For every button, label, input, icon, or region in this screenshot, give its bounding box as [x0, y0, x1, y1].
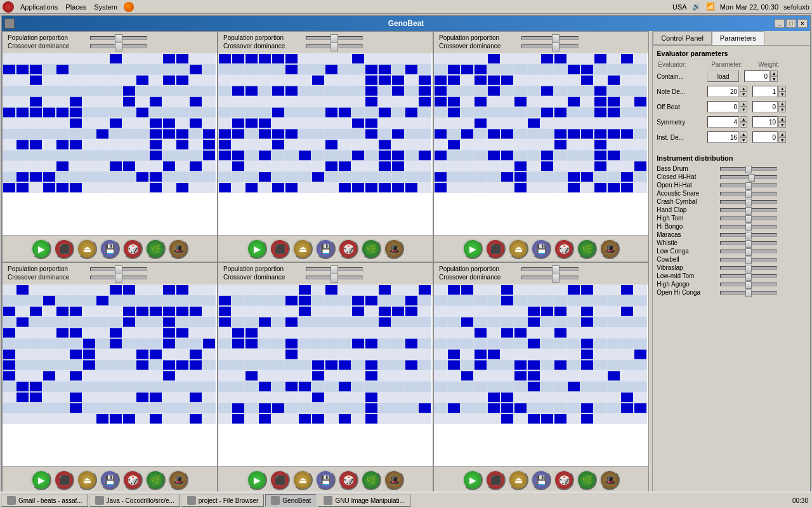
cross-slider-2-1[interactable]	[90, 276, 147, 279]
inst-slider-3[interactable]	[720, 192, 777, 196]
eval-input-1[interactable]	[707, 86, 739, 97]
pop-slider-1-2[interactable]	[306, 36, 363, 40]
wspin-dn-0[interactable]: ▼	[770, 76, 778, 82]
play-btn-2-3[interactable]: ▶	[462, 470, 483, 490]
eval-weight-4[interactable]	[752, 131, 778, 143]
save-btn-2-3[interactable]: 💾	[531, 470, 551, 490]
wspin-dn-4[interactable]: ▼	[778, 137, 786, 143]
gen-btn-1-1[interactable]: 🌿	[145, 239, 166, 259]
spin-up-4[interactable]: ▲	[740, 131, 747, 137]
spin-up-2[interactable]: ▲	[740, 101, 747, 107]
wspin-up-3[interactable]: ▲	[778, 116, 786, 122]
pop-slider-2-3[interactable]	[521, 267, 579, 271]
inst-slider-6[interactable]	[720, 217, 777, 220]
taskbar-item-0[interactable]: Gmail - beats - assaf...	[1, 494, 88, 507]
cross-slider-2-3[interactable]	[521, 276, 579, 279]
eject-btn-2-2[interactable]: ⏏	[292, 470, 313, 490]
hat-btn-2-3[interactable]: 🎩	[599, 470, 620, 490]
eject-btn-1-3[interactable]: ⏏	[508, 239, 528, 259]
taskbar-item-1[interactable]: Java - Cocodrillo/src/e...	[89, 494, 180, 507]
inst-slider-7[interactable]	[720, 225, 777, 229]
spin-dn-2[interactable]: ▼	[740, 107, 747, 112]
hat-btn-2-1[interactable]: 🎩	[168, 470, 188, 490]
taskbar-item-3[interactable]: GenoBeat	[265, 494, 317, 507]
save-btn-2-2[interactable]: 💾	[315, 470, 336, 490]
save-btn-2-1[interactable]: 💾	[100, 470, 120, 490]
play-btn-1-3[interactable]: ▶	[462, 239, 483, 259]
eject-btn-1-1[interactable]: ⏏	[77, 239, 97, 259]
stop-btn-2-1[interactable]: ⬛	[54, 470, 74, 490]
inst-slider-14[interactable]	[720, 283, 777, 286]
eject-btn-1-2[interactable]: ⏏	[292, 239, 313, 259]
eval-input-2[interactable]	[707, 101, 739, 112]
spin-up-1[interactable]: ▲	[740, 86, 747, 91]
wspin-dn-3[interactable]: ▼	[778, 122, 786, 128]
stop-btn-1-2[interactable]: ⬛	[270, 239, 290, 259]
stop-btn-1-3[interactable]: ⬛	[485, 239, 506, 259]
eject-btn-2-3[interactable]: ⏏	[508, 470, 528, 490]
menu-places[interactable]: Places	[62, 2, 90, 12]
hat-btn-2-2[interactable]: 🎩	[384, 470, 404, 490]
gen-btn-2-1[interactable]: 🌿	[145, 470, 166, 490]
stop-btn-2-2[interactable]: ⬛	[270, 470, 290, 490]
stop-btn-1-1[interactable]: ⬛	[54, 239, 74, 259]
eval-weight-3[interactable]	[752, 116, 778, 128]
taskbar-item-2[interactable]: project - File Browser	[181, 494, 264, 507]
eval-load-0[interactable]: load	[707, 70, 739, 82]
spin-dn-4[interactable]: ▼	[740, 137, 747, 143]
wspin-up-0[interactable]: ▲	[770, 70, 778, 76]
gen-btn-2-3[interactable]: 🌿	[577, 470, 597, 490]
dice-btn-1-3[interactable]: 🎲	[554, 239, 574, 259]
close-button[interactable]: ×	[797, 19, 808, 28]
gen-btn-1-3[interactable]: 🌿	[577, 239, 597, 259]
tab-control-panel[interactable]: Control Panel	[653, 31, 712, 45]
play-btn-2-2[interactable]: ▶	[247, 470, 267, 490]
eval-input-4[interactable]	[707, 131, 739, 143]
cross-slider-1-2[interactable]	[306, 44, 363, 48]
menu-system[interactable]: System	[90, 2, 121, 12]
gen-btn-1-2[interactable]: 🌿	[361, 239, 381, 259]
hat-btn-1-3[interactable]: 🎩	[599, 239, 620, 259]
inst-slider-1[interactable]	[720, 175, 777, 179]
wspin-up-2[interactable]: ▲	[778, 101, 786, 107]
pop-slider-2-1[interactable]	[90, 267, 147, 271]
menu-applications[interactable]: Applications	[16, 2, 62, 12]
eject-btn-2-1[interactable]: ⏏	[77, 470, 97, 490]
inst-slider-9[interactable]	[720, 241, 777, 245]
pop-slider-2-2[interactable]	[306, 267, 363, 271]
save-btn-1-3[interactable]: 💾	[531, 239, 551, 259]
inst-slider-0[interactable]	[720, 167, 777, 171]
wspin-up-4[interactable]: ▲	[778, 131, 786, 137]
dice-btn-1-2[interactable]: 🎲	[338, 239, 358, 259]
inst-slider-11[interactable]	[720, 258, 777, 262]
save-btn-1-2[interactable]: 💾	[315, 239, 336, 259]
dice-btn-2-2[interactable]: 🎲	[338, 470, 358, 490]
inst-slider-5[interactable]	[720, 208, 777, 212]
pop-slider-1-1[interactable]	[90, 36, 147, 40]
inst-slider-12[interactable]	[720, 266, 777, 270]
save-btn-1-1[interactable]: 💾	[100, 239, 120, 259]
play-btn-2-1[interactable]: ▶	[31, 470, 51, 490]
inst-slider-2[interactable]	[720, 184, 777, 187]
gen-btn-2-2[interactable]: 🌿	[361, 470, 381, 490]
maximize-button[interactable]: □	[786, 19, 796, 28]
dice-btn-2-3[interactable]: 🎲	[554, 470, 574, 490]
spin-up-3[interactable]: ▲	[740, 116, 747, 122]
pop-slider-1-3[interactable]	[521, 36, 579, 40]
spin-dn-1[interactable]: ▼	[740, 91, 747, 97]
firefox-icon[interactable]	[124, 2, 134, 12]
wspin-dn-1[interactable]: ▼	[778, 91, 786, 97]
taskbar-item-4[interactable]: GNU Image Manipulati...	[318, 494, 410, 507]
stop-btn-2-3[interactable]: ⬛	[485, 470, 506, 490]
cross-slider-1-3[interactable]	[521, 44, 579, 48]
inst-slider-13[interactable]	[720, 274, 777, 278]
cross-slider-2-2[interactable]	[306, 276, 363, 279]
hat-btn-1-1[interactable]: 🎩	[168, 239, 188, 259]
inst-slider-8[interactable]	[720, 233, 777, 237]
play-btn-1-1[interactable]: ▶	[31, 239, 51, 259]
play-btn-1-2[interactable]: ▶	[247, 239, 267, 259]
wspin-dn-2[interactable]: ▼	[778, 107, 786, 112]
inst-slider-10[interactable]	[720, 250, 777, 253]
inst-slider-4[interactable]	[720, 200, 777, 204]
eval-weight-1[interactable]	[752, 86, 778, 97]
